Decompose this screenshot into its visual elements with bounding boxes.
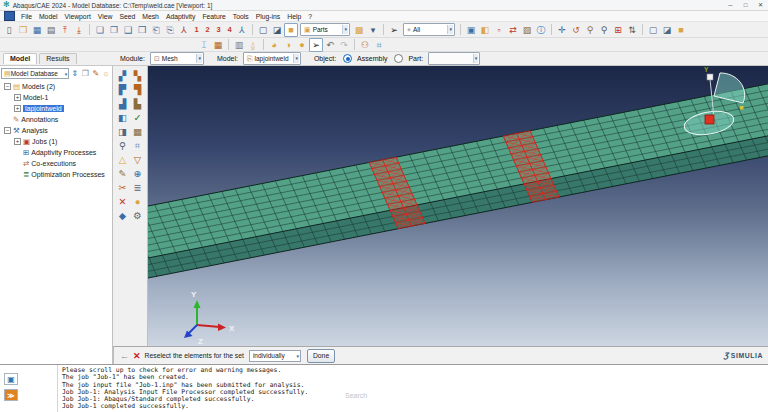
delete-element-icon[interactable]: ✕	[115, 195, 130, 209]
add-displayed-icon[interactable]: ◧	[478, 23, 492, 37]
tree-item-adaptivity-processes[interactable]: ⊞Adaptivity Processes	[0, 147, 112, 158]
tree-item-annotations[interactable]: ✎Annotations	[0, 114, 112, 125]
create-constraint-icon[interactable]: ⌶	[197, 38, 211, 52]
print-icon[interactable]: ▤	[44, 23, 58, 37]
tile-horizontally-icon[interactable]: ❑	[121, 23, 135, 37]
new-model-database-icon[interactable]: ▯	[2, 23, 16, 37]
part-combo[interactable]: ▾	[428, 52, 480, 65]
feature-tower-icon[interactable]: ⍙	[246, 38, 260, 52]
done-button[interactable]: Done	[307, 349, 335, 363]
render-wireframe-icon[interactable]: ▢	[256, 23, 270, 37]
info-icon[interactable]: ⓘ	[534, 23, 548, 37]
rotate-view-icon[interactable]: ↺	[569, 23, 583, 37]
column-display-icon[interactable]: ▥	[232, 38, 246, 52]
tree-expander-icon[interactable]: +	[14, 138, 21, 145]
associate-mesh-icon[interactable]: ⊕	[130, 167, 145, 181]
save-icon[interactable]: ▦	[30, 23, 44, 37]
remove-selected-icon[interactable]: ▫	[492, 23, 506, 37]
tile-vertically-icon[interactable]: ❐	[107, 23, 121, 37]
viewport-1[interactable]: YYXZ	[148, 66, 768, 346]
upload-file-icon[interactable]: ⤒	[58, 23, 72, 37]
edit-mesh-icon[interactable]: ✎	[115, 167, 130, 181]
cascade-viewports-icon[interactable]: ❒	[135, 23, 149, 37]
cube-wireframe-icon[interactable]: ▢	[646, 23, 660, 37]
undo-icon[interactable]: ↶	[323, 38, 337, 52]
selection-filter-combo[interactable]: ⌖All▾	[403, 23, 455, 36]
mesh-defaults-icon[interactable]: ▦	[130, 125, 145, 139]
assign-mesh-controls-icon[interactable]: ◧	[115, 111, 130, 125]
mesh-options-icon[interactable]: ⚙	[130, 209, 145, 223]
tree-item-models-2-[interactable]: −▤Models (2)	[0, 81, 112, 92]
viewport-system-icon[interactable]	[4, 11, 15, 21]
offset-mesh-icon[interactable]: ▽	[130, 153, 145, 167]
viewport-canvas[interactable]: YYXZ	[148, 66, 768, 346]
delete-region-mesh-icon[interactable]: ▙	[130, 97, 145, 111]
tab-model[interactable]: Model	[3, 53, 37, 64]
part-radio[interactable]	[394, 54, 403, 63]
menu-feature[interactable]: Feature	[201, 13, 226, 20]
tree-expander-icon[interactable]: +	[14, 105, 21, 112]
mesh-part-icon[interactable]: ▛	[115, 83, 130, 97]
exchange-displayed-icon[interactable]: ⇄	[506, 23, 520, 37]
render-whole-icon[interactable]: ●	[295, 38, 309, 52]
menu-file[interactable]: File	[20, 13, 33, 20]
create-element-icon[interactable]: ◆	[115, 209, 130, 223]
selection-method-combo[interactable]: individually ▾	[249, 350, 301, 362]
message-area-tab-icon[interactable]: ▣	[4, 373, 18, 385]
pointer-mode-icon[interactable]: ➢	[309, 38, 323, 52]
tree-item-jobs-1-[interactable]: +▣Jobs (1)	[0, 136, 112, 147]
renumber-mesh-icon[interactable]: ≣	[130, 181, 145, 195]
menu-mesh[interactable]: Mesh	[141, 13, 160, 20]
tips-lightbulb-icon[interactable]: ☼	[102, 68, 111, 79]
tree-item-analysis[interactable]: −⚒Analysis	[0, 125, 112, 136]
redo-icon[interactable]: ↷	[337, 38, 351, 52]
color-code-target-combo[interactable]: ▣Parts▾	[300, 23, 350, 36]
magnify-view-icon[interactable]: ⚲	[583, 23, 597, 37]
print-snapshot-icon[interactable]: ▨	[520, 23, 534, 37]
cancel-procedure-icon[interactable]: ✕	[133, 351, 141, 361]
bottom-up-mesh-icon[interactable]: △	[115, 153, 130, 167]
next-viewport-icon[interactable]: ⎘	[163, 23, 177, 37]
previous-viewport-icon[interactable]: ⎗	[149, 23, 163, 37]
edit-icon[interactable]: ✎	[91, 68, 100, 79]
link-viewports-icon[interactable]: ⅄	[177, 23, 191, 37]
duplicate-icon[interactable]: ❐	[81, 68, 90, 79]
menu-help-flyout[interactable]: ?	[307, 13, 313, 20]
tree-expander-icon[interactable]: −	[4, 83, 11, 90]
query-mesh-icon[interactable]: ⚲	[115, 139, 130, 153]
delete-part-mesh-icon[interactable]: ▟	[115, 97, 130, 111]
select-pointer-icon[interactable]: ➢	[387, 23, 401, 37]
previous-step-icon[interactable]: ←	[120, 351, 129, 361]
create-viewport-icon[interactable]: ❏	[93, 23, 107, 37]
cycle-views-icon[interactable]: ⇅	[625, 23, 639, 37]
render-shaded-icon[interactable]: ■	[284, 23, 298, 37]
render-shell-thickness-icon[interactable]: ◑	[281, 38, 295, 52]
menu-plug-ins[interactable]: Plug-ins	[255, 13, 282, 20]
model-combo[interactable]: ⎘lapjointweld ▾	[243, 52, 301, 65]
tree-expander-icon[interactable]: +	[14, 94, 21, 101]
view-preset-1[interactable]: 1	[191, 23, 202, 37]
tree-expander-icon[interactable]: −	[4, 127, 11, 134]
open-icon[interactable]: ❒	[16, 23, 30, 37]
assign-element-type-icon[interactable]: ◨	[115, 125, 130, 139]
color-code-dropdown-icon[interactable]: ▾	[366, 23, 380, 37]
cube-shaded-icon[interactable]: ■	[674, 23, 688, 37]
query-information-icon[interactable]: ⚇	[358, 38, 372, 52]
seed-part-icon[interactable]: ▞	[115, 69, 130, 83]
module-combo[interactable]: ⊡Mesh ▾	[150, 52, 204, 65]
seed-edges-icon[interactable]: ▚	[130, 69, 145, 83]
tree-item-optimization-processes[interactable]: ≣Optimization Processes	[0, 169, 112, 180]
menu-viewport[interactable]: Viewport	[63, 13, 91, 20]
cycle-tree-icon[interactable]: ⇕	[70, 68, 79, 79]
menu-tools[interactable]: Tools	[232, 13, 250, 20]
fit-view-icon[interactable]: ⊞	[611, 23, 625, 37]
assembly-radio[interactable]	[343, 54, 352, 63]
color-code-dialog-icon[interactable]: ▩	[352, 23, 366, 37]
menu-model[interactable]: Model	[38, 13, 59, 20]
render-beam-profiles-icon[interactable]: ◕	[267, 38, 281, 52]
box-zoom-icon[interactable]: ⚲	[597, 23, 611, 37]
menu-view[interactable]: View	[97, 13, 114, 20]
view-preset-3[interactable]: 3	[213, 23, 224, 37]
kernel-cli-tab-icon[interactable]: ≫	[4, 389, 18, 401]
maximize-button[interactable]: □	[738, 0, 753, 11]
